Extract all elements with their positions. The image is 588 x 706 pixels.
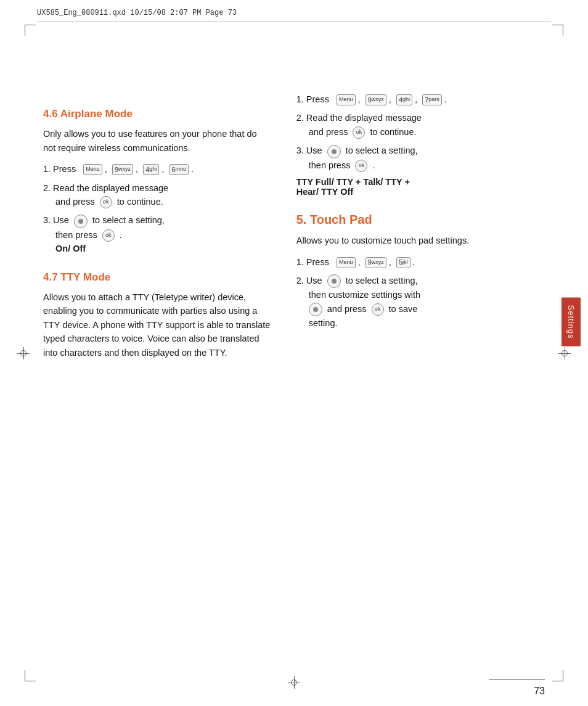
corner-mark-br: [552, 670, 563, 681]
reg-mark-right: [558, 347, 571, 359]
nav-key-47: [327, 145, 341, 158]
section-5-body: Allows you to customize touch pad settin…: [296, 234, 545, 247]
tty-options: TTY Full/ TTY + Talk/ TTY +Hear/ TTY Off: [296, 177, 545, 197]
section-47-step1: 1. Press Menu , 9wxyz , 4ghi , 7pars .: [296, 92, 545, 106]
corner-mark-tr: [552, 25, 563, 36]
key-ok-46-3: ok: [102, 229, 115, 242]
reg-mark-left: [17, 347, 30, 359]
key-9wxyz-5: 9wxyz: [365, 257, 386, 268]
corner-mark-bl: [25, 670, 36, 681]
key-4ghi-1: 4ghi: [143, 164, 159, 175]
header-bar: UX585_Eng_080911.qxd 10/15/08 2:07 PM Pa…: [37, 9, 551, 22]
key-ok-46-2: ok: [100, 196, 112, 208]
nav-key-5b: [309, 303, 322, 316]
section-46-step1: 1. Press Menu , 9wxyz , 4ghi , 6mno .: [43, 162, 272, 176]
settings-tab: Settings: [561, 298, 581, 347]
section-46-option: On/ Off: [43, 244, 86, 253]
right-column: 1. Press Menu , 9wxyz , 4ghi , 7pars . 2…: [284, 43, 545, 663]
key-ok-47-2: ok: [353, 126, 365, 139]
key-9wxyz-47: 9wxyz: [365, 94, 386, 105]
key-menu-47: Menu: [337, 94, 356, 105]
key-menu-5: Menu: [337, 257, 356, 268]
left-column: 4.6 Airplane Mode Only allows you to use…: [43, 43, 284, 663]
section-47-heading: 4.7 TTY Mode: [43, 271, 272, 284]
section-47-body: Allows you to attach a TTY (Teletype wri…: [43, 290, 272, 359]
key-5jkl-5: 5jkl: [396, 257, 410, 268]
key-4ghi-47: 4ghi: [396, 94, 412, 105]
reg-mark-bottom: [288, 676, 300, 689]
page-number: 73: [534, 686, 545, 697]
key-7pars-47: 7pars: [422, 94, 442, 105]
section-47-step3: 3. Use to select a setting, then press o…: [296, 144, 545, 172]
section-47: 4.7 TTY Mode Allows you to attach a TTY …: [43, 271, 272, 359]
section-46-step2: 2. Read the displayed message and press …: [43, 181, 272, 209]
section-47-step2: 2. Read the displayed message and press …: [296, 111, 545, 139]
section-46-body: Only allows you to use features on your …: [43, 127, 272, 155]
nav-key-46: [74, 215, 88, 228]
section-5-heading: 5. Touch Pad: [296, 211, 545, 228]
key-menu-1: Menu: [83, 164, 102, 175]
key-ok-5-2: ok: [372, 303, 384, 316]
section-46-step3: 3. Use to select a setting, then press o…: [43, 213, 272, 255]
header-text: UX585_Eng_080911.qxd 10/15/08 2:07 PM Pa…: [37, 9, 237, 17]
key-6mno-1: 6mno: [169, 164, 189, 175]
section-5: 5. Touch Pad Allows you to customize tou…: [296, 211, 545, 330]
key-ok-47-3: ok: [355, 160, 367, 172]
section-46: 4.6 Airplane Mode Only allows you to use…: [43, 107, 272, 256]
nav-key-5: [327, 274, 341, 288]
section-5-step2: 2. Use to select a setting, then customi…: [296, 274, 545, 330]
content-area: 4.6 Airplane Mode Only allows you to use…: [43, 43, 545, 663]
bottom-rule: [489, 679, 545, 680]
section-5-step1: 1. Press Menu , 9wxyz , 5jkl .: [296, 255, 545, 269]
section-46-heading: 4.6 Airplane Mode: [43, 107, 272, 121]
corner-mark-tl: [25, 25, 36, 36]
key-9wxyz-1: 9wxyz: [112, 164, 133, 175]
